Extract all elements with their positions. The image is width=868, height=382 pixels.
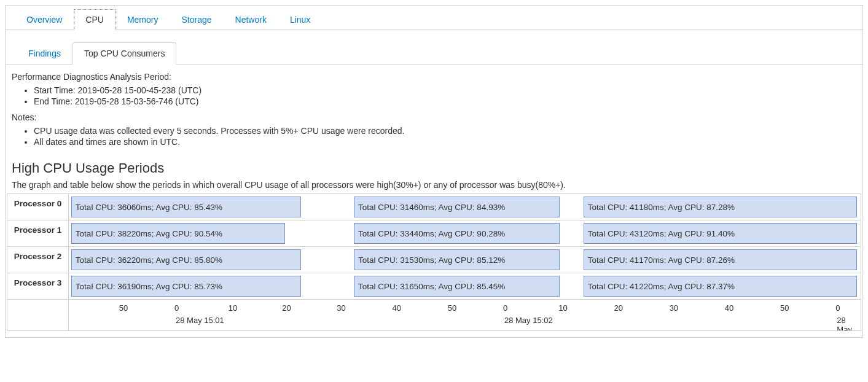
tick-label: 0 xyxy=(835,303,840,313)
sub-tabs: FindingsTop CPU Consumers xyxy=(6,30,862,64)
subtab-findings[interactable]: Findings xyxy=(17,42,72,64)
axis-date-label: 28 May 15:02 xyxy=(504,316,553,325)
cpu-usage-bar[interactable]: Total CPU: 36220ms; Avg CPU: 85.80% xyxy=(71,249,301,270)
notes-list: CPU usage data was collected every 5 sec… xyxy=(6,126,862,147)
tab-linux[interactable]: Linux xyxy=(278,9,322,30)
analysis-period-list: Start Time: 2019-05-28 15-00-45-238 (UTC… xyxy=(6,85,862,106)
tick-label: 20 xyxy=(614,303,622,313)
axis-spacer xyxy=(7,300,69,331)
tick-label: 30 xyxy=(670,303,678,313)
tick-label: 50 xyxy=(119,303,128,313)
notes-title: Notes: xyxy=(12,112,862,122)
processor-label: Processor 3 xyxy=(7,273,69,300)
cpu-usage-chart: Processor 0Total CPU: 36060ms; Avg CPU: … xyxy=(7,193,861,331)
processor-row: Processor 2Total CPU: 36220ms; Avg CPU: … xyxy=(7,247,861,273)
tab-content: Performance Diagnostics Analysis Period:… xyxy=(6,64,862,337)
processor-bar-cell: Total CPU: 36190ms; Avg CPU: 85.73%Total… xyxy=(69,273,861,300)
processor-label: Processor 2 xyxy=(7,247,69,273)
time-axis: 50028 May 15:011020304050028 May 15:0210… xyxy=(69,300,861,331)
analysis-period-title: Performance Diagnostics Analysis Period: xyxy=(12,72,862,82)
processor-label: Processor 0 xyxy=(7,194,69,220)
main-tabs: OverviewCPUMemoryStorageNetworkLinux xyxy=(6,6,862,30)
cpu-usage-bar[interactable]: Total CPU: 41170ms; Avg CPU: 87.26% xyxy=(584,249,857,270)
cpu-usage-bar[interactable]: Total CPU: 41220ms; Avg CPU: 87.37% xyxy=(584,276,857,297)
cpu-usage-bar[interactable]: Total CPU: 38220ms; Avg CPU: 90.54% xyxy=(71,223,285,244)
processor-row: Processor 1Total CPU: 38220ms; Avg CPU: … xyxy=(7,220,861,247)
diagnostics-panel: OverviewCPUMemoryStorageNetworkLinux Fin… xyxy=(5,5,863,338)
tick-label: 40 xyxy=(392,303,401,313)
tick-label: 20 xyxy=(282,303,291,313)
processor-row: Processor 3Total CPU: 36190ms; Avg CPU: … xyxy=(7,273,861,300)
tab-network[interactable]: Network xyxy=(224,9,278,30)
cpu-usage-bar[interactable]: Total CPU: 36060ms; Avg CPU: 85.43% xyxy=(71,197,301,217)
processor-bar-cell: Total CPU: 38220ms; Avg CPU: 90.54%Total… xyxy=(69,220,861,247)
cpu-usage-bar[interactable]: Total CPU: 31460ms; Avg CPU: 84.93% xyxy=(354,197,560,217)
tick-label: 0 xyxy=(174,303,179,313)
time-axis-row: 50028 May 15:011020304050028 May 15:0210… xyxy=(7,300,861,331)
section-heading: High CPU Usage Periods xyxy=(12,160,862,176)
note-item: All dates and times are shown in UTC. xyxy=(34,137,862,147)
note-item: CPU usage data was collected every 5 sec… xyxy=(34,126,862,136)
tick-label: 50 xyxy=(780,303,789,313)
cpu-usage-bar[interactable]: Total CPU: 36190ms; Avg CPU: 85.73% xyxy=(71,276,301,297)
subtab-top-cpu-consumers[interactable]: Top CPU Consumers xyxy=(72,42,177,64)
tick-label: 40 xyxy=(725,303,733,313)
processor-bar-cell: Total CPU: 36060ms; Avg CPU: 85.43%Total… xyxy=(69,194,861,220)
tab-storage[interactable]: Storage xyxy=(170,9,223,30)
tick-label: 10 xyxy=(229,303,237,313)
section-subtitle: The graph and table below show the perio… xyxy=(12,180,862,190)
processor-bar-cell: Total CPU: 36220ms; Avg CPU: 85.80%Total… xyxy=(69,247,861,273)
cpu-usage-bar[interactable]: Total CPU: 43120ms; Avg CPU: 91.40% xyxy=(584,223,857,244)
start-time: Start Time: 2019-05-28 15-00-45-238 (UTC… xyxy=(34,85,862,95)
tick-label: 50 xyxy=(448,303,456,313)
cpu-usage-bar[interactable]: Total CPU: 33440ms; Avg CPU: 90.28% xyxy=(354,223,560,244)
axis-date-label: 28 May 15:03 xyxy=(837,316,861,331)
processor-label: Processor 1 xyxy=(7,220,69,247)
end-time: End Time: 2019-05-28 15-03-56-746 (UTC) xyxy=(34,96,862,106)
tab-memory[interactable]: Memory xyxy=(115,9,170,30)
cpu-usage-bar[interactable]: Total CPU: 31530ms; Avg CPU: 85.12% xyxy=(354,249,560,270)
cpu-usage-bar[interactable]: Total CPU: 41180ms; Avg CPU: 87.28% xyxy=(584,197,857,217)
axis-date-label: 28 May 15:01 xyxy=(176,316,224,325)
tick-label: 0 xyxy=(503,303,507,313)
tab-cpu[interactable]: CPU xyxy=(74,9,115,30)
processor-row: Processor 0Total CPU: 36060ms; Avg CPU: … xyxy=(7,194,861,220)
cpu-usage-bar[interactable]: Total CPU: 31650ms; Avg CPU: 85.45% xyxy=(354,276,560,297)
tick-label: 30 xyxy=(337,303,345,313)
tick-label: 10 xyxy=(558,303,567,313)
tab-overview[interactable]: Overview xyxy=(15,9,74,30)
